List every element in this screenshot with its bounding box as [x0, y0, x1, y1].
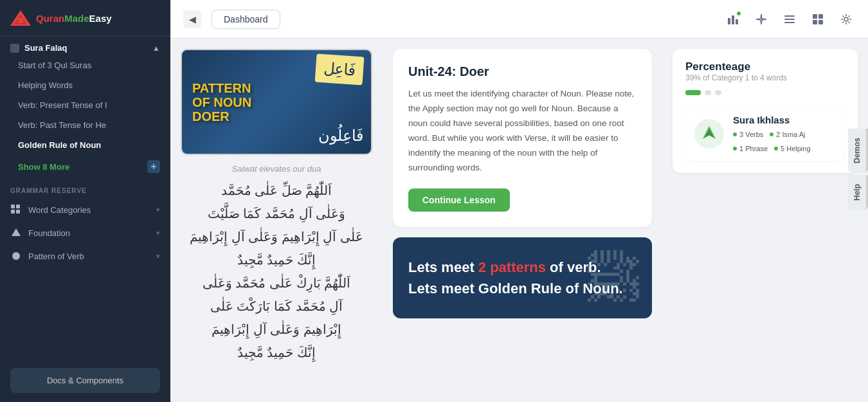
sura-stats: 3 Verbs 2 Isma Aj 1 Phrase	[733, 131, 836, 152]
sidebar-item-foundation[interactable]: Foundation ▾	[0, 221, 170, 244]
progress-dot-empty-1	[705, 90, 711, 95]
sparkle-icon[interactable]	[752, 10, 770, 28]
topbar: ◀ Dashboard	[170, 0, 868, 39]
right-panel: Percenteage 39% of Category 1 to 4 words	[662, 39, 868, 402]
pattern-verb-icon	[10, 250, 22, 262]
salwat-label: Salwat elevates our dua	[181, 164, 372, 174]
lesson-image: PATTERN OF NOUN DOER فَاعِل فَاعِلُون	[181, 49, 372, 155]
svg-rect-16	[818, 14, 823, 19]
sidebar-item-golden-rule[interactable]: Golden Rule of Noun	[0, 135, 170, 155]
settings-icon[interactable]	[837, 10, 855, 28]
show-more-plus-icon: +	[147, 160, 160, 173]
grid-icon[interactable]	[809, 10, 827, 28]
show-more-button[interactable]: Show 8 More +	[0, 155, 170, 178]
logo-icon	[10, 9, 31, 27]
sura-section-header[interactable]: Sura Falaq ▲	[0, 37, 170, 55]
demos-tab[interactable]: Demos	[848, 129, 868, 172]
word-categories-icon	[10, 204, 22, 215]
sura-expand-icon[interactable]: ▲	[152, 44, 160, 53]
sura-name: Sura Ikhlass	[733, 114, 836, 125]
sura-logo	[694, 119, 724, 149]
svg-rect-13	[784, 19, 795, 20]
unit-title: Unit-24: Doer	[408, 64, 637, 79]
stat-dot-3	[733, 147, 737, 151]
left-panel: PATTERN OF NOUN DOER فَاعِل فَاعِلُون Sa…	[170, 39, 383, 402]
stat-dot-1	[733, 132, 737, 136]
list-icon[interactable]	[781, 10, 799, 28]
arabic-right1: فَاعِل	[323, 59, 356, 79]
promo-banner: Lets meet 2 patterns of verb. Lets meet …	[393, 237, 652, 318]
help-tab[interactable]: Help	[848, 175, 868, 210]
progress-dot-filled	[685, 90, 701, 95]
grammar-reserve-label: GRAMMAR RESERVE	[0, 178, 170, 198]
promo-arabic-decoration: ﷺ	[588, 248, 639, 307]
progress-dots	[685, 90, 845, 95]
svg-rect-14	[784, 22, 795, 23]
svg-rect-15	[813, 14, 817, 19]
lesson-description: Let us meet the identifying character of…	[408, 87, 637, 176]
svg-point-8	[12, 252, 20, 260]
side-tabs: Demos Help	[848, 129, 868, 210]
bar-chart-icon[interactable]	[724, 10, 742, 28]
sura-ikhlass-card: Sura Ikhlass 3 Verbs 2 Isma Aj	[685, 105, 845, 161]
collapse-button[interactable]: ◀	[183, 10, 201, 28]
svg-rect-6	[16, 210, 20, 214]
stat-2-isma: 2 Isma Aj	[770, 131, 805, 138]
stat-dot-2	[770, 132, 773, 136]
svg-rect-12	[784, 15, 795, 17]
svg-rect-18	[818, 20, 823, 24]
sidebar-bottom: Docs & Components	[0, 359, 170, 402]
sidebar-nav: Start of 3 Qul Suras Helping Words Verb:…	[0, 55, 170, 155]
stat-3-verbs: 3 Verbs	[733, 131, 763, 138]
logo-area: QuranMadeEasy	[0, 0, 170, 37]
svg-marker-7	[12, 228, 21, 236]
svg-rect-9	[728, 18, 730, 24]
svg-rect-2	[18, 18, 23, 23]
stat-1-phrase: 1 Phrase	[733, 145, 768, 152]
foundation-chevron: ▾	[156, 229, 160, 237]
svg-rect-17	[813, 20, 817, 24]
sidebar-item-word-categories[interactable]: Word Categories ▾	[0, 198, 170, 221]
pattern-line1: PATTERN	[192, 81, 251, 95]
topbar-icons	[724, 10, 855, 28]
svg-rect-5	[11, 210, 15, 214]
salwat-text: اَللّٰهُمَّ صَلِّ عَلٰى مُحَمَّد وَعَلٰى…	[181, 179, 372, 364]
sidebar: QuranMadeEasy Sura Falaq ▲ Start of 3 Qu…	[0, 0, 170, 402]
pattern-verb-chevron: ▾	[156, 252, 160, 260]
foundation-icon	[10, 227, 22, 239]
sidebar-item-verb-present[interactable]: Verb: Present Tense of I	[0, 95, 170, 115]
svg-point-19	[844, 17, 848, 21]
stat-5-helping: 5 Helping	[774, 145, 810, 152]
sura-label: Sura Falaq	[24, 43, 67, 53]
sidebar-item-start-3-qul[interactable]: Start of 3 Qul Suras	[0, 55, 170, 75]
dashboard-tab[interactable]: Dashboard	[212, 10, 280, 29]
sidebar-item-helping-words[interactable]: Helping Words	[0, 75, 170, 95]
pattern-line3: DOER	[192, 109, 230, 123]
sura-info: Sura Ikhlass 3 Verbs 2 Isma Aj	[733, 114, 836, 152]
continue-lesson-button[interactable]: Continue Lesson	[408, 188, 510, 212]
word-categories-chevron: ▾	[156, 206, 160, 214]
content-area: PATTERN OF NOUN DOER فَاعِل فَاعِلُون Sa…	[170, 39, 868, 402]
arabic-right2: فَاعِلُون	[318, 127, 363, 145]
sidebar-item-verb-past[interactable]: Verb: Past Tense for He	[0, 115, 170, 135]
logo-text: QuranMadeEasy	[36, 13, 112, 24]
svg-rect-4	[16, 205, 20, 208]
docs-button[interactable]: Docs & Components	[10, 368, 160, 393]
percentage-card: Percenteage 39% of Category 1 to 4 words	[673, 49, 858, 173]
svg-rect-3	[11, 205, 15, 208]
sura-icon	[10, 44, 19, 53]
sidebar-item-pattern-of-verb[interactable]: Pattern of Verb ▾	[0, 244, 170, 268]
svg-rect-11	[736, 19, 738, 24]
main-area: ◀ Dashboard	[170, 0, 868, 402]
lesson-card: Unit-24: Doer Let us meet the identifyin…	[393, 49, 652, 227]
stat-dot-4	[774, 147, 778, 151]
middle-panel: Unit-24: Doer Let us meet the identifyin…	[383, 39, 662, 402]
pattern-line2: OF NOUN	[192, 95, 251, 109]
progress-dot-empty-2	[715, 90, 721, 95]
sura-logo-icon	[700, 125, 718, 143]
percentage-subtitle: 39% of Category 1 to 4 words	[685, 73, 845, 82]
svg-rect-10	[732, 15, 734, 24]
percentage-title: Percenteage	[685, 60, 845, 73]
